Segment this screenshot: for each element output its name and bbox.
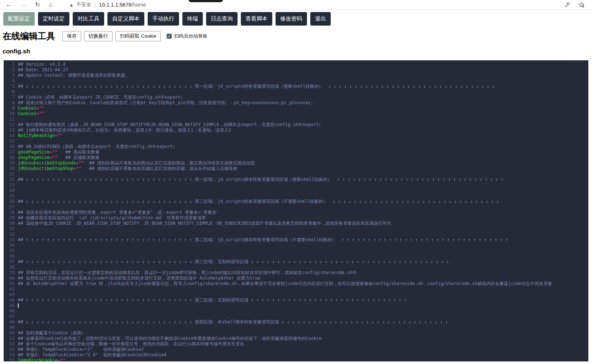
- code-line[interactable]: 55TempBlockCookie="": [4, 358, 588, 361]
- nav-change-password[interactable]: 修改密码: [276, 12, 307, 26]
- favorite-star-add-icon[interactable]: [578, 1, 585, 8]
- auto-replace-checkbox[interactable]: ✓: [167, 34, 172, 39]
- code-line[interactable]: 48## ↓ ↓ ↓ ↓ ↓ ↓ ↓ ↓ ↓ ↓ ↓ ↓ ↓ ↓ ↓ ↓ ↓ ↓…: [4, 319, 588, 325]
- code-line[interactable]: 37## ↓ ↓ ↓ ↓ ↓ ↓ ↓ ↓ ↓ ↓ ↓ ↓ ↓ ↓ ↓ ↓ ↓ ↓…: [4, 259, 588, 265]
- line-number: 46: [4, 308, 15, 314]
- code-line[interactable]: 24: [4, 188, 588, 193]
- nav-view-script[interactable]: 查看脚本: [241, 12, 272, 26]
- code-line[interactable]: 31: [4, 226, 588, 232]
- code-line[interactable]: 21: [4, 171, 588, 177]
- code-text: [15, 314, 18, 319]
- code-line[interactable]: 7## Cookie（必填，由脚本去export JD_COOKIE，无需在co…: [4, 95, 588, 100]
- code-line[interactable]: 52## 多个Cookie编号以半角的空格分隔，两侧一对半角双引号，使用此功能后…: [4, 341, 588, 347]
- code-line[interactable]: 36: [4, 254, 588, 259]
- security-label: 不安全: [76, 1, 91, 8]
- code-line[interactable]: 25: [4, 193, 588, 199]
- code-text: [15, 248, 18, 254]
- code-text: [15, 292, 18, 297]
- code-line[interactable]: 23: [4, 182, 588, 188]
- code-line[interactable]: 15: [4, 139, 588, 144]
- code-line[interactable]: 10Cookie2="": [4, 111, 588, 117]
- save-button[interactable]: 保存: [62, 31, 81, 41]
- code-line[interactable]: 34: [4, 243, 588, 248]
- line-number: 48: [4, 319, 15, 325]
- nav-terminal[interactable]: 终端: [182, 12, 203, 26]
- password-key-icon[interactable]: [564, 2, 570, 8]
- code-text: ## 请在本区域补充其他你需要用到变量，export 变量名="变量值"，或：e…: [15, 210, 219, 215]
- code-editor[interactable]: 1## Version: v4.2.42## Date: 2021-04-273…: [4, 60, 588, 361]
- address-bar[interactable]: ▲ 不安全 | 10.1.1.1:5678/home: [69, 1, 564, 8]
- home-icon[interactable]: ⌂: [49, 2, 52, 8]
- code-text: ## ↑ ↑ ↑ ↑ ↑ ↑ ↑ ↑ ↑ ↑ ↑ ↑ ↑ ↑ ↑ ↑ ↑ ↑ ↑…: [15, 177, 503, 182]
- code-line[interactable]: 18shopPageSize="" ## 店铺取关数量: [4, 155, 588, 160]
- code-line[interactable]: 42: [4, 287, 588, 292]
- code-line[interactable]: 2## Date: 2021-04-27: [4, 67, 588, 73]
- code-line[interactable]: 54## 举例2: TempBlockCookie="2 4" 临时屏蔽掉Coo…: [4, 352, 588, 358]
- line-number: 4: [4, 78, 15, 84]
- code-line[interactable]: 28## 请在本区域补充其他你需要用到变量，export 变量名="变量值"，或…: [4, 210, 588, 215]
- nav-custom-script[interactable]: 自定义脚本: [107, 12, 144, 26]
- code-line[interactable]: 45: [4, 303, 588, 308]
- code-line[interactable]: 44## ↑ ↑ ↑ ↑ ↑ ↑ ↑ ↑ ↑ ↑ ↑ ↑ ↑ ↑ ↑ ↑ ↑ ↑…: [4, 297, 588, 303]
- code-text: [15, 117, 18, 122]
- code-line[interactable]: 16## UN_SUBSCRIBES（选填，由脚本去export，无需在conf…: [4, 144, 588, 149]
- code-line[interactable]: 5## ↓ ↓ ↓ ↓ ↓ ↓ ↓ ↓ ↓ ↓ ↓ ↓ ↓ ↓ ↓ ↓ ↓ ↓ …: [4, 84, 588, 89]
- code-text: ## 当 AutoHelpOther 设置为 true 时，jtask会先导入j…: [15, 281, 552, 287]
- code-line[interactable]: 3## Update Content: 调整环境变量清单的获取来源。: [4, 73, 588, 78]
- code-line[interactable]: 17goodPageSize="" ## 商品取关数量: [4, 149, 588, 155]
- code-line[interactable]: 1## Version: v4.2.4: [4, 62, 588, 67]
- code-line[interactable]: 6: [4, 89, 588, 95]
- code-line[interactable]: 38: [4, 265, 588, 270]
- code-line[interactable]: 41## 当 AutoHelpOther 设置为 true 时，jtask会先导…: [4, 281, 588, 287]
- code-line[interactable]: 8## 请依次填入每个用户的Cookie，Cookie的具体形式（只有pt_ke…: [4, 100, 588, 106]
- code-line[interactable]: 9Cookie1="": [4, 106, 588, 111]
- code-line[interactable]: 39## 所有互助码活动，请在运行过一次需要互助的活动脚本以后，再运行一次jco…: [4, 270, 588, 276]
- line-number: 22: [4, 177, 15, 182]
- line-number: 55: [4, 358, 15, 361]
- line-number: 15: [4, 139, 15, 144]
- nav-log-query[interactable]: 日志查询: [206, 12, 238, 26]
- code-line[interactable]: 35: [4, 248, 588, 254]
- toggle-wrap-button[interactable]: 切换换行: [84, 31, 113, 41]
- code-line[interactable]: 20jdUnsubscribeStopShop="" ## 遇到此店铺不再取关此…: [4, 166, 588, 171]
- code-line[interactable]: 49: [4, 325, 588, 330]
- back-icon[interactable]: ←: [6, 2, 12, 8]
- code-text: NotifyBeanSign="": [15, 133, 63, 139]
- code-line[interactable]: 13## js脚本每日签到提供3种通知方式，分别为: 关闭通知，请填入0；简洁通…: [4, 128, 588, 133]
- code-line[interactable]: 33## ↑ ↑ ↑ ↑ ↑ ↑ ↑ ↑ ↑ ↑ ↑ ↑ ↑ ↑ ↑ ↑ ↑ ↑…: [4, 237, 588, 243]
- code-line[interactable]: 51## 如果某些Cookie已经失效了，但暂时还没法更新，可以使用此功能在不删…: [4, 336, 588, 341]
- code-line[interactable]: 50## 临时屏蔽某个Cookie（选填）: [4, 330, 588, 336]
- line-number: 49: [4, 325, 15, 330]
- nav-config[interactable]: 配置设定: [3, 12, 35, 26]
- code-line[interactable]: 29## 创建容器后在容器内运行 `cat /jd/scripts/github…: [4, 215, 588, 221]
- code-line[interactable]: 4: [4, 78, 588, 84]
- code-line[interactable]: 30## 该链接中除JD_COOKIE、JD_BEAN_SIGN_STOP_NO…: [4, 221, 588, 226]
- line-number: 35: [4, 248, 15, 254]
- nav-manual-run[interactable]: 手动执行: [148, 12, 179, 26]
- code-line[interactable]: 26## ↓ ↓ ↓ ↓ ↓ ↓ ↓ ↓ ↓ ↓ ↓ ↓ ↓ ↓ ↓ ↓ ↓ ↓…: [4, 199, 588, 204]
- forward-icon[interactable]: →: [20, 2, 26, 8]
- code-line[interactable]: 27: [4, 204, 588, 210]
- line-number: 27: [4, 204, 15, 210]
- code-line[interactable]: 11: [4, 117, 588, 122]
- code-line[interactable]: 47: [4, 314, 588, 319]
- code-line[interactable]: 32: [4, 232, 588, 237]
- code-text: [15, 232, 18, 237]
- reload-icon[interactable]: ↻: [35, 2, 40, 8]
- code-line[interactable]: 12## 每日签到的通知形式（选填，JD_BEAN_SIGN_STOP_NOTI…: [4, 122, 588, 128]
- nav-compare-tool[interactable]: 对比工具: [73, 12, 104, 26]
- code-line[interactable]: 43: [4, 292, 588, 297]
- nav-schedule[interactable]: 定时设定: [38, 12, 69, 26]
- code-line[interactable]: 40## 如想在运行互助活动脚本时直接从jcode中自动获取互助码并进行互助，请…: [4, 276, 588, 281]
- nav-logout[interactable]: 退出: [310, 12, 331, 26]
- code-line[interactable]: 22## ↑ ↑ ↑ ↑ ↑ ↑ ↑ ↑ ↑ ↑ ↑ ↑ ↑ ↑ ↑ ↑ ↑ ↑…: [4, 177, 588, 182]
- code-line[interactable]: 53## 举例1: TempBlockCookie="2" 临时屏蔽掉Cooki…: [4, 347, 588, 352]
- line-number: 43: [4, 292, 15, 297]
- line-number: 30: [4, 221, 15, 226]
- code-line[interactable]: 14NotifyBeanSign="": [4, 133, 588, 139]
- browser-tab-fragment[interactable]: [189, 0, 223, 2]
- scan-cookie-button[interactable]: 扫码获取 Cookie: [115, 31, 161, 41]
- line-number: 7: [4, 95, 15, 100]
- code-line[interactable]: 46: [4, 308, 588, 314]
- code-line[interactable]: 19jdUnsubscribeStopGoods="" ## 遇到此商品不再取关…: [4, 160, 588, 166]
